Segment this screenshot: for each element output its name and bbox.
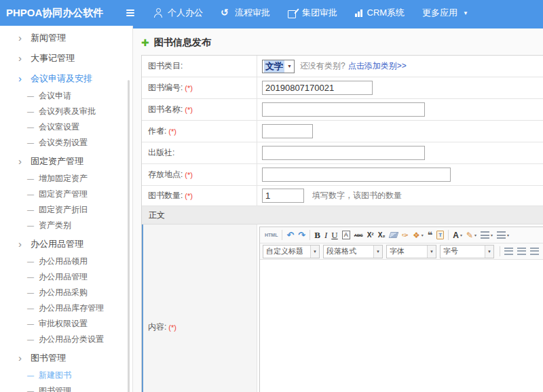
quantity-label: 图书数量: xyxy=(148,190,183,201)
dash-icon: — xyxy=(27,258,34,265)
sidebar-section-fixed-assets[interactable]: ›固定资产管理 xyxy=(0,152,132,171)
bullet-list-icon[interactable]: ▾ xyxy=(495,229,511,242)
book-name-label: 图书名称: xyxy=(148,104,183,115)
sidebar-section-books[interactable]: ›图书管理 xyxy=(0,349,132,368)
sidebar-section-fixed-assets-label: 固定资产管理 xyxy=(31,155,83,168)
ordered-list-icon[interactable]: ▾ xyxy=(479,229,495,242)
align-left-icon[interactable] xyxy=(502,245,515,258)
align-center-icon xyxy=(517,248,526,255)
sidebar-item-supplies-purchase[interactable]: —办公用品采购 xyxy=(0,285,132,300)
paragraph-format-select[interactable]: 段落格式▼ xyxy=(323,245,383,258)
add-category-link[interactable]: 点击添加类别>> xyxy=(348,60,407,72)
add-icon: ✚ xyxy=(141,38,149,47)
location-input[interactable] xyxy=(262,168,451,182)
sidebar-item-add-asset[interactable]: —增加固定资产 xyxy=(0,171,132,187)
strikethrough-icon[interactable]: ABC xyxy=(352,229,365,242)
redo-icon[interactable]: ↷ xyxy=(296,229,307,242)
custom-title-select-value: 自定义标题 xyxy=(263,246,310,256)
form-row-book-no: 图书编号: (*) xyxy=(142,77,543,99)
sidebar-item-meeting-room[interactable]: —会议室设置 xyxy=(0,119,132,135)
hamburger-menu-icon[interactable] xyxy=(126,9,134,16)
menu-more-apps[interactable]: 更多应用▼ xyxy=(422,7,468,19)
sidebar-section-meeting[interactable]: ›会议申请及安排 xyxy=(0,69,132,88)
undo-icon[interactable]: ↶ xyxy=(284,229,296,242)
author-input[interactable] xyxy=(262,124,313,138)
sidebar-section-news[interactable]: ›新闻管理 xyxy=(0,28,132,47)
menu-group-approval-label: 集团审批 xyxy=(302,7,337,19)
superscript-icon[interactable]: X² xyxy=(365,229,376,242)
sidebar-item-asset-depreciation[interactable]: —固定资产折旧 xyxy=(0,202,132,218)
align-center-icon[interactable] xyxy=(515,245,528,258)
sidebar-item-supplies-manage[interactable]: —办公用品管理 xyxy=(0,269,132,285)
chevron-down-icon: ▼ xyxy=(287,64,292,68)
sidebar-scrollbar[interactable] xyxy=(128,80,130,392)
sidebar-item-new-book-label: 新建图书 xyxy=(39,370,71,381)
paragraph-format-select-value: 段落格式 xyxy=(324,246,373,256)
sidebar-item-approval-permission-label: 审批权限设置 xyxy=(39,318,88,330)
menu-group-approval[interactable]: 集团审批 xyxy=(288,7,337,19)
dash-icon: — xyxy=(27,92,34,100)
marker-icon[interactable]: ✎▾ xyxy=(464,229,479,242)
sidebar-item-supplies-manage-label: 办公用品管理 xyxy=(39,271,88,283)
book-name-input[interactable] xyxy=(262,102,425,117)
sidebar-item-meeting-apply-label: 会议申请 xyxy=(39,90,71,102)
menu-process-approval[interactable]: 流程审批 xyxy=(221,7,270,19)
sidebar-section-office-supplies-label: 办公用品管理 xyxy=(31,238,83,250)
toolbar-separator xyxy=(310,230,310,240)
person-icon xyxy=(153,8,163,18)
sidebar-item-approval-permission[interactable]: —审批权限设置 xyxy=(0,316,132,332)
dash-icon: — xyxy=(27,206,34,214)
form-row-publisher: 出版社: xyxy=(142,142,543,164)
bold-icon[interactable]: B xyxy=(312,229,322,242)
sidebar-item-meeting-category-label: 会议类别设置 xyxy=(39,137,88,149)
sidebar-item-asset-category-label: 资产类别 xyxy=(39,220,71,231)
chevron-down-icon: ▾ xyxy=(460,233,462,237)
sidebar-item-asset-category[interactable]: —资产类别 xyxy=(0,218,132,233)
font-family-select[interactable]: 字体▼ xyxy=(386,245,436,258)
sidebar-item-supplies-stock[interactable]: —办公用品库存管理 xyxy=(0,300,132,316)
menu-personal-office[interactable]: 个人办公 xyxy=(153,7,203,19)
sidebar-section-events[interactable]: ›大事记管理 xyxy=(0,49,132,68)
sidebar-item-asset-manage-label: 固定资产管理 xyxy=(39,189,88,200)
app-logo: PHPOA协同办公软件 xyxy=(0,7,118,20)
sidebar-section-events-label: 大事记管理 xyxy=(31,52,75,64)
dash-icon: — xyxy=(27,108,34,115)
sidebar-item-supplies-claim[interactable]: —办公用品领用 xyxy=(0,254,132,269)
sidebar-item-meeting-list[interactable]: —会议列表及审批 xyxy=(0,104,132,119)
custom-title-select[interactable]: 自定义标题▼ xyxy=(263,245,320,258)
html-source-button[interactable]: HTML xyxy=(263,229,280,242)
font-size-select[interactable]: 字号▼ xyxy=(440,245,494,258)
publisher-input[interactable] xyxy=(262,146,425,160)
category-select[interactable]: 文学 ▼ xyxy=(262,60,295,73)
underline-icon[interactable]: U xyxy=(329,229,339,242)
italic-icon[interactable]: I xyxy=(322,229,329,242)
sidebar-item-meeting-category[interactable]: —会议类别设置 xyxy=(0,135,132,151)
sidebar-item-asset-manage[interactable]: —固定资产管理 xyxy=(0,187,132,202)
quantity-input[interactable] xyxy=(262,189,304,203)
menu-crm-system[interactable]: CRM系统 xyxy=(355,7,405,19)
align-right-icon[interactable] xyxy=(528,245,541,258)
format-brush-icon[interactable]: ✑ xyxy=(400,229,411,242)
eraser-icon[interactable] xyxy=(388,229,400,242)
color-pen-icon[interactable]: ❖▾ xyxy=(411,229,426,242)
chevron-down-icon: ▾ xyxy=(422,233,424,237)
sidebar-item-supplies-purchase-label: 办公用品采购 xyxy=(39,287,88,298)
blockquote-icon[interactable]: ❝ xyxy=(426,229,435,242)
editor-content-area[interactable] xyxy=(260,260,543,392)
sidebar-item-new-book[interactable]: —新建图书 xyxy=(0,368,132,383)
font-color-icon[interactable]: A▾ xyxy=(451,229,464,242)
autotypeset-icon[interactable]: A xyxy=(340,229,352,242)
paste-icon[interactable] xyxy=(434,229,446,242)
dash-icon: — xyxy=(27,289,34,296)
sidebar-item-book-manage[interactable]: —图书管理 xyxy=(0,383,132,392)
sidebar-section-books-label: 图书管理 xyxy=(31,352,66,364)
sidebar-item-meeting-apply[interactable]: —会议申请 xyxy=(0,88,132,104)
form-row-location: 存放地点: (*) xyxy=(142,164,543,186)
dash-icon: — xyxy=(27,273,34,281)
subscript-icon[interactable]: X₂ xyxy=(376,229,388,242)
book-no-input[interactable] xyxy=(262,81,373,95)
sidebar-section-office-supplies[interactable]: ›办公用品管理 xyxy=(0,235,132,254)
sidebar-item-supplies-category[interactable]: —办公用品分类设置 xyxy=(0,332,132,347)
menu-process-approval-label: 流程审批 xyxy=(235,7,270,19)
approval-edit-icon xyxy=(288,8,297,18)
